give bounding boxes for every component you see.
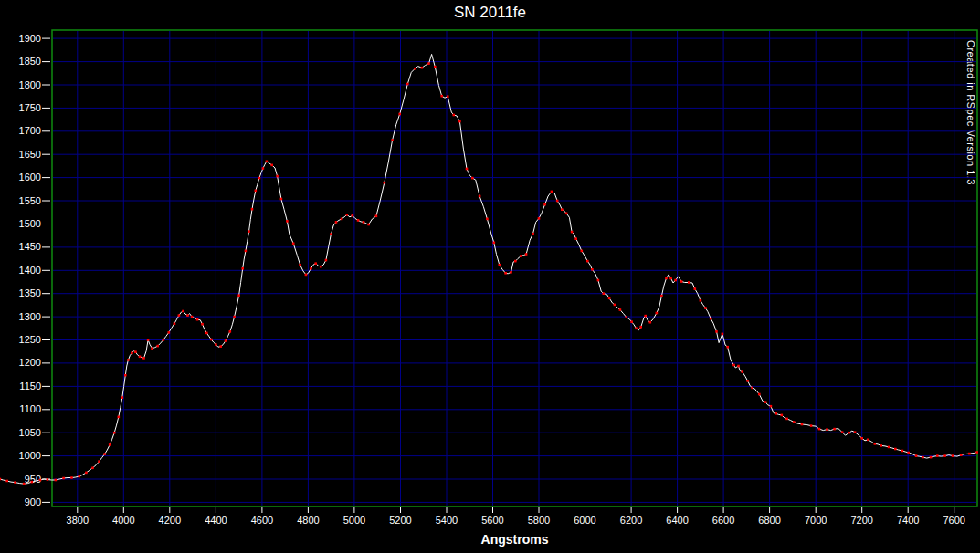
- spectrum-line: [0, 54, 977, 484]
- rspec-chart-window: SN 2011fe Created in RSpec Version 1.3 9…: [0, 0, 980, 553]
- plot-border: [52, 30, 977, 506]
- x-axis-title: Angstroms: [52, 532, 977, 547]
- spectrum-data-markers: [0, 62, 978, 485]
- spectrum-plot-area[interactable]: [0, 0, 980, 553]
